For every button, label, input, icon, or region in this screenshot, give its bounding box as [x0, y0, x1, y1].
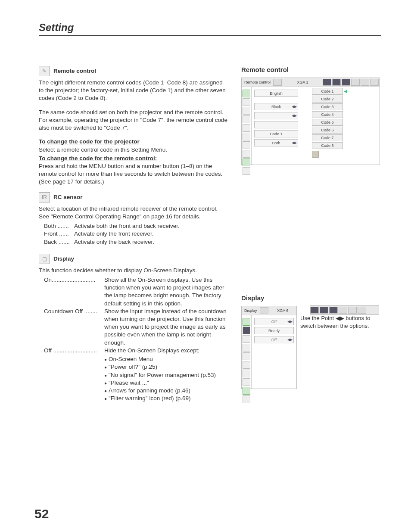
display-hint: Use the Point ◀▶ buttons to switch betwe… [300, 314, 381, 330]
list-item: "No signal" for Power management (p.53) [104, 371, 228, 379]
pointer-arrow-icon: ◀─ [344, 89, 350, 93]
value-box: ◀▶ [254, 112, 298, 119]
quit-icon [243, 395, 250, 403]
menu-icon [332, 79, 341, 86]
up-icon [243, 318, 250, 326]
side-icon [243, 335, 250, 343]
menu-icon [273, 79, 282, 86]
side-icon [243, 344, 250, 352]
code-item: Code 6 [312, 127, 343, 134]
rc-sensor-heading: RC sensor [53, 193, 83, 201]
opt-desc: Show all the On-Screen displays. Use thi… [104, 276, 228, 308]
opt-desc: Activate only the front receiver. [74, 230, 228, 238]
proj-heading: To change the code for the projector [39, 138, 140, 145]
up-icon [243, 90, 250, 97]
quit-icon [243, 167, 250, 175]
right-column: Remote control Remote control XGA 1 [241, 66, 381, 402]
side-icon [243, 115, 250, 123]
code-item: Code 4 [312, 111, 343, 118]
right-display-heading: Display [241, 294, 381, 302]
menu-icon [370, 79, 379, 86]
value-box: Code 1 [254, 130, 298, 137]
rc-sensor-options: Both .......Activate both the front and … [39, 222, 228, 246]
menu-icon [361, 79, 369, 86]
side-icon [243, 150, 250, 158]
opt-term: Countdown Off ........ [44, 308, 104, 347]
side-icon [243, 133, 250, 140]
code-item: Code 5 [312, 119, 343, 126]
scr-label: Remote control [242, 80, 273, 84]
menu-icon [348, 307, 357, 314]
page-number: 52 [34, 507, 49, 521]
code-list: Code 1 Code 2 Code 3 Code 4 Code 5 Code … [312, 88, 343, 158]
list-item: On-Screen Menu [104, 355, 228, 363]
opt-term: On........................... [44, 276, 104, 308]
opt-term: Off ........................... [44, 347, 104, 403]
opt-term: Back ....... [44, 238, 74, 246]
code-item: Code 2 [312, 96, 343, 103]
opt-desc: Hide the On-Screen Displays except; On-S… [104, 347, 228, 403]
down-icon [243, 159, 250, 166]
remote-screenshot: Remote control XGA 1 [241, 78, 380, 165]
proj-body: Select a remote control code in this Set… [39, 146, 167, 153]
menu-icon [339, 307, 347, 314]
side-icon [243, 378, 250, 386]
code-item: Code 3 [312, 103, 343, 110]
value-box: Off◀▶ [254, 336, 294, 343]
side-icon [243, 327, 250, 334]
quit-icon [312, 151, 319, 158]
display-intro: This function decides whether to display… [39, 267, 228, 274]
list-item: "Please wait ..." [104, 379, 228, 387]
rc-sensor-body: Select a location of the infrared remote… [39, 205, 228, 221]
scr-label: Display [242, 308, 260, 313]
rc-change-body: Press and hold the MENU button and a num… [39, 163, 222, 185]
display-icon: ▢ [39, 254, 50, 264]
value-box: English [254, 90, 298, 97]
side-icon [243, 107, 250, 115]
side-icon [243, 141, 250, 149]
remote-p2: The same code should set on both the pro… [39, 109, 228, 132]
side-icon [243, 98, 250, 106]
code-item: Code 1 [312, 88, 343, 95]
mode-label: XGA 1 [283, 80, 323, 84]
opt-desc: Activate both the front and back receive… [74, 222, 228, 230]
value-box: Both◀▶ [254, 139, 298, 146]
list-item: "Filter warning" icon (red) (p.69) [104, 395, 228, 402]
menu-icon [342, 79, 350, 86]
menu-icon [320, 307, 328, 314]
side-icon [243, 124, 250, 132]
display-screenshot: Display XGA 6 [241, 306, 297, 389]
value-box [254, 121, 298, 128]
rc-change-heading: To change the code for the remote contro… [39, 155, 157, 162]
value-box: Ready [254, 327, 294, 334]
remote-control-icon: ✎ [39, 66, 50, 76]
side-icon [243, 361, 250, 369]
opt-term: Both ....... [44, 222, 74, 230]
side-icon [243, 370, 250, 377]
left-column: ✎ Remote control The eight different rem… [39, 66, 228, 402]
menu-icon [310, 307, 319, 314]
menu-icon [351, 79, 360, 86]
page-title: Setting [39, 22, 381, 36]
value-box: Black◀▶ [254, 103, 298, 110]
menu-icon [358, 307, 366, 314]
remote-p1: The eight different remote control codes… [39, 79, 228, 103]
rc-sensor-icon: IR [39, 192, 50, 202]
value-box: Off◀▶ [254, 318, 294, 325]
side-icon [243, 352, 250, 360]
list-item: Arrows for panning mode (p.46) [104, 387, 228, 395]
display-heading: Display [53, 255, 74, 263]
remote-control-heading: Remote control [53, 67, 96, 75]
menu-icon [329, 307, 338, 314]
code-item: Code 8 [312, 142, 343, 149]
opt-term: Front ...... [44, 230, 74, 238]
menu-icon [260, 307, 268, 314]
opt-desc: Show the input image instead of the coun… [104, 308, 228, 347]
menu-icon [323, 79, 331, 86]
down-icon [243, 387, 250, 395]
list-item: "Power off?" (p.25) [104, 363, 228, 371]
right-remote-heading: Remote control [241, 66, 381, 73]
opt-desc: Activate only the back receiver. [74, 238, 228, 246]
code-item: Code 7 [312, 134, 343, 141]
mode-label: XGA 6 [269, 308, 296, 313]
